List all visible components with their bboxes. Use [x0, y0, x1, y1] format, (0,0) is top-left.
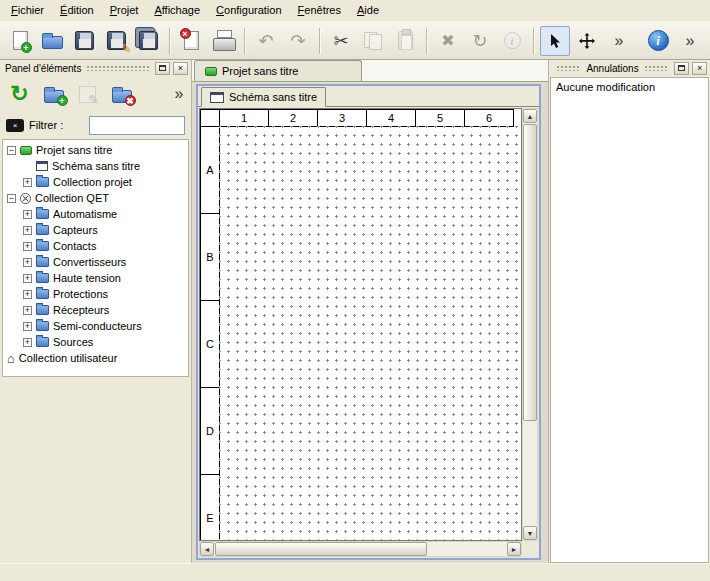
delete-button[interactable]: ✖ — [433, 26, 463, 56]
more-tools-button[interactable]: » — [604, 26, 634, 56]
tree-item-semi-conducteurs[interactable]: + Semi-conducteurs — [3, 318, 188, 334]
rotate-button[interactable]: ↻ — [465, 26, 495, 56]
tree-item-projet-sans-titre[interactable]: − Projet sans titre — [3, 142, 188, 158]
overflow-chevron-icon: » — [615, 33, 624, 49]
dock-drag-handle[interactable] — [86, 65, 150, 71]
tree-expander-icon[interactable]: + — [23, 226, 32, 235]
delete-element-button[interactable]: ✖ — [107, 80, 136, 109]
open-project-button[interactable] — [37, 26, 67, 56]
scroll-right-button[interactable]: ► — [507, 542, 521, 556]
tree-item-convertisseurs[interactable]: + Convertisseurs — [3, 254, 188, 270]
folder-icon — [36, 225, 49, 235]
redo-button[interactable]: ↷ — [283, 26, 313, 56]
menu-aide[interactable]: Aide — [349, 0, 387, 21]
folder-icon — [36, 305, 49, 315]
tree-expander-icon[interactable]: + — [23, 290, 32, 299]
column-header: 5 — [415, 109, 465, 127]
save-all-button[interactable] — [133, 26, 163, 56]
pan-mode-button[interactable] — [572, 26, 602, 56]
new-document-button[interactable]: + — [5, 26, 35, 56]
close-project-button[interactable]: × — [176, 26, 206, 56]
clear-filter-icon[interactable]: × — [6, 119, 24, 132]
menu-fenetres[interactable]: Fenêtres — [290, 0, 349, 21]
folder-icon — [36, 209, 49, 219]
save-button[interactable] — [69, 26, 99, 56]
undo-button[interactable]: ↶ — [251, 26, 281, 56]
tab-schema-sans-titre[interactable]: Schéma sans titre — [201, 87, 326, 107]
about-qet-button[interactable]: i — [643, 26, 673, 56]
new-element-button[interactable]: + — [39, 80, 68, 109]
scroll-left-button[interactable]: ◄ — [200, 542, 214, 556]
header-corner-cell — [200, 109, 220, 127]
edit-element-button[interactable]: ✎ — [73, 80, 102, 109]
menu-affichage[interactable]: Affichage — [146, 0, 208, 21]
print-button[interactable] — [208, 26, 238, 56]
vertical-scrollbar[interactable]: ▲ ▼ — [522, 108, 538, 541]
panel-more-button[interactable]: » — [172, 80, 186, 109]
tab-projet-sans-titre[interactable]: Projet sans titre — [194, 60, 362, 81]
horizontal-scrollbar[interactable]: ◄ ► — [199, 541, 522, 557]
close-panel-button[interactable]: × — [692, 62, 707, 75]
tree-item-collection-utilisateur[interactable]: ⌂ Collection utilisateur — [3, 350, 188, 366]
tree-item-label: Récepteurs — [53, 304, 109, 316]
tree-expander-icon[interactable]: + — [23, 338, 32, 347]
paste-button[interactable] — [390, 26, 420, 56]
reload-collections-button[interactable]: ↻ — [5, 80, 34, 109]
tree-item-schema-sans-titre[interactable]: Schéma sans titre — [3, 158, 188, 174]
overflow-chevron-icon: » — [686, 33, 695, 49]
more-help-button[interactable]: » — [675, 26, 705, 56]
column-header: 3 — [317, 109, 367, 127]
project-tab-bar: Projet sans titre — [192, 60, 548, 82]
save-as-button[interactable]: ✎ — [101, 26, 131, 56]
tree-expander-icon[interactable]: + — [23, 322, 32, 331]
menu-edition[interactable]: Édition — [52, 0, 102, 21]
horizontal-scroll-thumb[interactable] — [215, 542, 427, 556]
properties-info-icon: i — [504, 32, 521, 49]
float-panel-button[interactable] — [155, 62, 170, 75]
diagram-viewport[interactable]: 1 2 3 4 5 6 A B — [199, 108, 522, 541]
cut-button[interactable]: ✂ — [326, 26, 356, 56]
scroll-down-button[interactable]: ▼ — [523, 526, 537, 540]
tree-expander-icon[interactable]: + — [23, 258, 32, 267]
tree-expander-icon[interactable]: + — [23, 242, 32, 251]
float-panel-button[interactable] — [674, 62, 689, 75]
tree-expander-icon[interactable]: + — [23, 306, 32, 315]
new-element-folder-icon: + — [44, 90, 64, 103]
tree-item-haute-tension[interactable]: + Haute tension — [3, 270, 188, 286]
vertical-scroll-thumb[interactable] — [523, 124, 537, 421]
selection-mode-button[interactable] — [540, 26, 570, 56]
tree-item-recepteurs[interactable]: + Récepteurs — [3, 302, 188, 318]
qet-collection-icon — [20, 193, 31, 204]
tree-expander-icon[interactable]: − — [7, 146, 16, 155]
diagram-sheet[interactable]: 1 2 3 4 5 6 A B — [200, 109, 520, 541]
tree-expander-icon[interactable]: + — [23, 274, 32, 283]
tree-item-sources[interactable]: + Sources — [3, 334, 188, 350]
dock-drag-handle[interactable] — [556, 65, 581, 71]
menu-projet[interactable]: Projet — [102, 0, 147, 21]
tree-expander-icon[interactable]: − — [7, 194, 16, 203]
dotted-grid-canvas[interactable] — [219, 126, 519, 541]
tree-item-label: Automatisme — [53, 208, 117, 220]
save-all-icon — [139, 31, 158, 50]
tree-item-automatisme[interactable]: + Automatisme — [3, 206, 188, 222]
undo-empty-text: Aucune modification — [556, 81, 655, 93]
close-panel-button[interactable]: × — [173, 62, 188, 75]
diagram-properties-button[interactable]: i — [497, 26, 527, 56]
menu-configuration[interactable]: Configuration — [208, 0, 289, 21]
tree-item-collection-projet[interactable]: + Collection projet — [3, 174, 188, 190]
tree-expander-icon[interactable]: + — [23, 210, 32, 219]
copy-button[interactable] — [358, 26, 388, 56]
elements-panel-toolbar: ↻ + ✎ ✖ » — [0, 76, 191, 112]
menu-fichier[interactable]: Fichier — [3, 0, 52, 21]
tree-item-contacts[interactable]: + Contacts — [3, 238, 188, 254]
folder-icon — [36, 241, 49, 251]
filter-input[interactable] — [89, 116, 185, 135]
tree-item-collection-qet[interactable]: − Collection QET — [3, 190, 188, 206]
tree-item-protections[interactable]: + Protections — [3, 286, 188, 302]
tree-expander-icon[interactable]: + — [23, 178, 32, 187]
dock-drag-handle[interactable] — [644, 65, 669, 71]
tree-item-label: Semi-conducteurs — [53, 320, 142, 332]
scroll-up-button[interactable]: ▲ — [523, 109, 537, 123]
undo-history-list[interactable]: Aucune modification — [550, 77, 709, 563]
tree-item-capteurs[interactable]: + Capteurs — [3, 222, 188, 238]
